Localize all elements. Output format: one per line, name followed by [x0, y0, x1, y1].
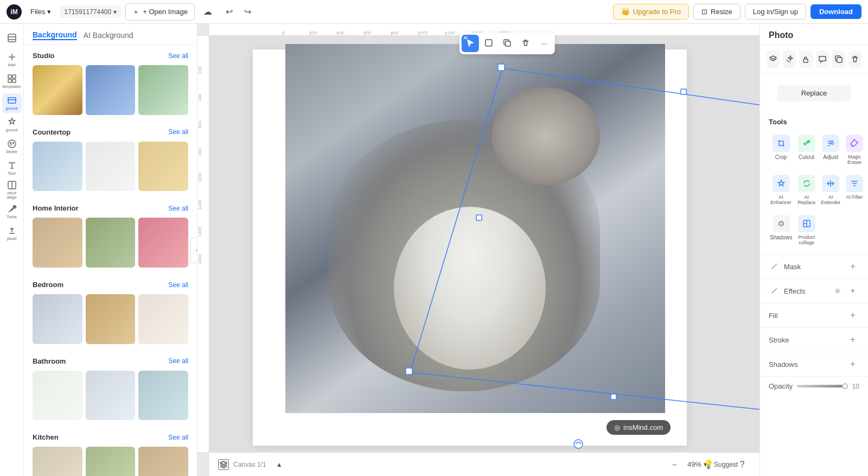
see-all-studio[interactable]: See all: [168, 52, 188, 60]
ai-extender-label: AI Extender: [821, 194, 840, 205]
open-image-button[interactable]: ＋ + Open Image: [125, 3, 195, 21]
toolbar-more-button[interactable]: ···: [535, 35, 553, 52]
zoom-out-button[interactable]: −: [666, 456, 683, 473]
thumb-interior-3[interactable]: [138, 218, 188, 268]
toolbar-select-button[interactable]: AI: [462, 35, 479, 52]
thumb-bedroom-1[interactable]: [33, 294, 82, 344]
thumb-studio-3[interactable]: [138, 65, 188, 115]
shadows-row[interactable]: Shadows +: [769, 358, 859, 371]
panel-collapse-toggle[interactable]: ‹: [190, 237, 197, 263]
thumb-interior-2[interactable]: [86, 218, 136, 268]
canvas-area: 0 200 400 600 800 1000 1200 1400 1600 20…: [197, 24, 760, 476]
thumb-studio-1[interactable]: [33, 65, 82, 115]
svg-rect-0: [8, 34, 16, 42]
tool-shadows[interactable]: Shadows: [769, 212, 793, 249]
tools-grid: Crop Cutout Adjust: [769, 131, 859, 249]
thumb-counter-1[interactable]: [33, 142, 82, 192]
tool-crop[interactable]: Crop: [769, 131, 793, 168]
effects-add-button[interactable]: +: [846, 284, 859, 297]
sidebar-item-background[interactable]: ground: [2, 93, 22, 113]
thumb-kitchen-2[interactable]: [86, 447, 136, 476]
crop-icon: [773, 135, 790, 152]
canvas-expand-button[interactable]: ▲: [271, 456, 288, 473]
see-all-bedroom[interactable]: See all: [168, 281, 188, 289]
tool-adjust[interactable]: Adjust: [820, 131, 841, 168]
tab-ai-background[interactable]: AI Background: [84, 31, 133, 40]
tool-product-collage[interactable]: Product collage: [796, 212, 816, 249]
section-countertop: Countertop See all: [24, 122, 197, 198]
sidebar-item-tools[interactable]: Tools: [2, 202, 22, 221]
download-button[interactable]: Download: [810, 4, 861, 19]
see-all-countertop[interactable]: See all: [168, 128, 188, 136]
product-collage-icon: [798, 215, 815, 232]
sidebar-item-text[interactable]: Text: [2, 158, 22, 178]
sidebar-item-product-collage[interactable]: oduct ollage: [2, 180, 22, 200]
thumb-bedroom-2[interactable]: [86, 294, 136, 344]
sidebar-item-sticker[interactable]: Sticker: [2, 137, 22, 156]
delete-right-button[interactable]: [848, 50, 861, 68]
toolbar-frame-button[interactable]: [480, 35, 497, 52]
adjust-label: Adjust: [823, 154, 838, 160]
toolbar-delete-button[interactable]: [517, 35, 534, 52]
mask-add-button[interactable]: +: [846, 260, 859, 273]
layers-button[interactable]: [218, 459, 229, 470]
ai-enhancer-icon: [773, 175, 790, 192]
thumb-counter-2[interactable]: [86, 142, 136, 192]
svg-rect-5: [8, 75, 11, 78]
sidebar-item-upload[interactable]: pload: [2, 224, 22, 243]
tool-ai-extender[interactable]: AI Extender: [820, 172, 841, 208]
lock-icon: [801, 55, 810, 64]
lock-button[interactable]: [799, 50, 812, 68]
sidebar-item-add[interactable]: Add: [2, 50, 22, 69]
redo-button[interactable]: ↪: [239, 3, 257, 21]
tool-ai-replace[interactable]: AI Replace: [796, 172, 816, 208]
canvas-image-container[interactable]: [285, 44, 665, 413]
tool-ai-filter[interactable]: AI Filter: [845, 172, 864, 208]
thumb-interior-1[interactable]: [33, 218, 82, 268]
thumb-bath-1[interactable]: [33, 371, 82, 421]
tool-cutout[interactable]: Cutout: [796, 131, 816, 168]
tool-magic-eraser[interactable]: Magic Eraser: [845, 131, 864, 168]
replace-button[interactable]: Replace: [777, 85, 851, 101]
sidebar-item-ai-background[interactable]: ground: [2, 115, 22, 135]
fill-row[interactable]: Fill +: [769, 309, 859, 322]
layers-stack-button[interactable]: [767, 50, 780, 68]
opacity-slider[interactable]: [797, 385, 848, 387]
effects-settings-button[interactable]: [831, 284, 844, 297]
fill-add-button[interactable]: +: [846, 309, 859, 322]
thumb-bath-3[interactable]: [138, 371, 188, 421]
thumb-counter-3[interactable]: [138, 142, 188, 192]
sidebar-item-layers[interactable]: [2, 28, 22, 48]
see-all-bathroom[interactable]: See all: [168, 357, 188, 365]
effects-row[interactable]: Effects +: [769, 284, 859, 297]
resize-button[interactable]: ⊡ Resize: [693, 4, 741, 20]
see-all-kitchen[interactable]: See all: [168, 434, 188, 441]
right-action-row: [760, 45, 868, 74]
shadows-add-button[interactable]: +: [846, 358, 859, 371]
see-all-interior[interactable]: See all: [168, 205, 188, 212]
thumb-bedroom-3[interactable]: [138, 294, 188, 344]
help-button[interactable]: ?: [733, 456, 751, 473]
speech-bubble-button[interactable]: [816, 50, 829, 68]
thumb-bath-2[interactable]: [86, 371, 136, 421]
magic-wand-button[interactable]: [783, 50, 796, 68]
stroke-row[interactable]: Stroke +: [769, 333, 859, 346]
mask-row[interactable]: Mask +: [769, 260, 859, 273]
suggest-button[interactable]: 💡 Suggest: [712, 456, 729, 473]
thumb-studio-2[interactable]: [86, 65, 136, 115]
cutout-label: Cutout: [799, 154, 814, 160]
toolbar-copy-button[interactable]: [499, 35, 516, 52]
undo-button[interactable]: ↩: [221, 3, 238, 21]
tool-ai-enhancer[interactable]: AI Enhancer: [769, 172, 793, 208]
cloud-save-button[interactable]: ☁: [199, 3, 216, 21]
thumb-kitchen-1[interactable]: [33, 447, 82, 476]
files-button[interactable]: Files ▾: [26, 5, 55, 18]
file-id[interactable]: 1715911774400 ▾: [60, 6, 121, 18]
login-button[interactable]: Log in/Sign up: [745, 4, 806, 20]
sidebar-item-templates[interactable]: templates: [2, 72, 22, 91]
stroke-add-button[interactable]: +: [846, 333, 859, 346]
tab-background[interactable]: Background: [33, 30, 77, 40]
thumb-kitchen-3[interactable]: [138, 447, 188, 476]
duplicate-button[interactable]: [832, 50, 845, 68]
upgrade-button[interactable]: 👑 Upgrade to Pro: [613, 4, 689, 20]
